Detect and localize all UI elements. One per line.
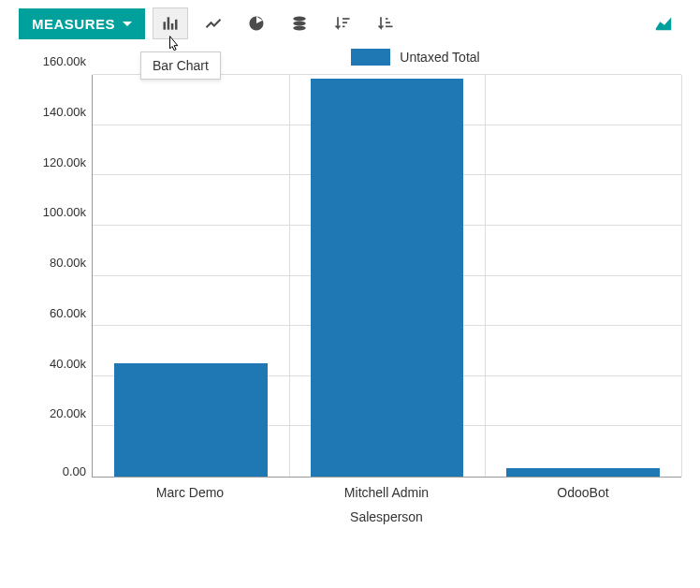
svg-rect-1 bbox=[168, 17, 170, 29]
bar-marc-demo[interactable] bbox=[114, 363, 268, 477]
x-tick: OdooBot bbox=[485, 485, 681, 500]
plot-container: 0.00 20.00k 40.00k 60.00k 80.00k 100.00k… bbox=[19, 75, 681, 478]
svg-rect-7 bbox=[343, 18, 350, 20]
svg-point-4 bbox=[293, 17, 305, 22]
stacked-button[interactable] bbox=[282, 7, 317, 39]
plot bbox=[92, 75, 681, 478]
x-tick: Mitchell Admin bbox=[288, 485, 485, 500]
line-chart-icon bbox=[204, 14, 223, 33]
svg-point-5 bbox=[293, 22, 305, 26]
v-gridline bbox=[681, 75, 682, 477]
x-tick: Marc Demo bbox=[92, 485, 288, 500]
pie-chart-icon bbox=[247, 14, 266, 33]
bar-slot bbox=[485, 75, 681, 477]
sort-asc-button[interactable] bbox=[368, 7, 403, 39]
y-tick: 100.00k bbox=[43, 205, 86, 219]
y-tick: 20.00k bbox=[50, 406, 86, 420]
bar-slot bbox=[289, 75, 486, 477]
svg-rect-12 bbox=[386, 26, 393, 28]
sort-asc-icon bbox=[376, 14, 395, 33]
bar-odoobot[interactable] bbox=[506, 468, 660, 477]
measures-button[interactable]: MEASURES bbox=[19, 8, 145, 39]
bar-chart-icon bbox=[161, 14, 180, 33]
y-tick: 40.00k bbox=[50, 356, 86, 370]
legend-swatch bbox=[351, 49, 390, 66]
svg-rect-2 bbox=[171, 23, 174, 30]
pie-chart-button[interactable] bbox=[239, 7, 274, 39]
bar-chart-tooltip: Bar Chart bbox=[140, 51, 221, 80]
svg-rect-9 bbox=[343, 26, 345, 28]
caret-down-icon bbox=[123, 22, 132, 26]
sort-desc-icon bbox=[333, 14, 352, 33]
line-chart-button[interactable] bbox=[196, 7, 231, 39]
sort-desc-button[interactable] bbox=[325, 7, 360, 39]
y-tick: 120.00k bbox=[43, 154, 86, 169]
chart-area: Untaxed Total 0.00 20.00k 40.00k 60.00k … bbox=[0, 39, 700, 534]
legend-label: Untaxed Total bbox=[400, 50, 479, 65]
svg-rect-8 bbox=[343, 22, 347, 23]
y-tick: 160.00k bbox=[43, 54, 86, 68]
stacked-icon bbox=[290, 14, 309, 33]
svg-rect-0 bbox=[164, 22, 167, 29]
y-tick: 60.00k bbox=[50, 305, 86, 319]
svg-rect-3 bbox=[175, 20, 178, 30]
svg-rect-10 bbox=[386, 18, 388, 20]
y-tick: 80.00k bbox=[50, 256, 86, 270]
x-axis: Marc Demo Mitchell Admin OdooBot bbox=[92, 485, 681, 500]
svg-point-6 bbox=[293, 26, 305, 31]
chart-legend: Untaxed Total bbox=[150, 49, 681, 66]
measures-label: MEASURES bbox=[32, 16, 115, 32]
toolbar: MEASURES Bar Chart bbox=[0, 0, 700, 39]
bars-container bbox=[93, 75, 681, 477]
bar-mitchell-admin[interactable] bbox=[311, 79, 464, 477]
bar-slot bbox=[93, 75, 289, 477]
y-tick: 0.00 bbox=[63, 464, 86, 478]
svg-rect-11 bbox=[386, 22, 390, 23]
graph-view-button[interactable] bbox=[646, 7, 681, 39]
y-tick: 140.00k bbox=[43, 104, 86, 118]
y-axis: 0.00 20.00k 40.00k 60.00k 80.00k 100.00k… bbox=[19, 75, 92, 478]
x-axis-label: Salesperson bbox=[92, 509, 681, 524]
bar-chart-button[interactable]: Bar Chart bbox=[153, 7, 188, 39]
area-chart-icon bbox=[652, 13, 675, 34]
